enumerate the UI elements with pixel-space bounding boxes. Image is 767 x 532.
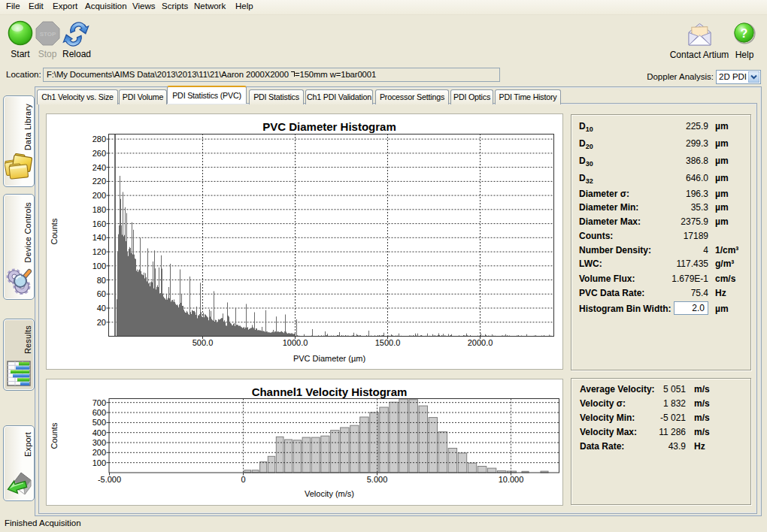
svg-text:700: 700 bbox=[92, 398, 106, 407]
svg-text:Counts: Counts bbox=[50, 218, 59, 244]
svg-text:40: 40 bbox=[97, 304, 106, 313]
svg-text:10.000: 10.000 bbox=[499, 475, 524, 484]
svg-text:1500.0: 1500.0 bbox=[375, 338, 401, 347]
svg-text:600: 600 bbox=[92, 408, 106, 417]
svg-text:200: 200 bbox=[92, 448, 106, 457]
svg-text:400: 400 bbox=[92, 428, 106, 437]
svg-text:20: 20 bbox=[97, 318, 106, 327]
svg-text:0: 0 bbox=[241, 475, 245, 484]
svg-text:?: ? bbox=[741, 27, 748, 40]
svg-text:80: 80 bbox=[97, 276, 106, 285]
svg-text:160: 160 bbox=[92, 219, 106, 228]
svg-text:Velocity (m/s): Velocity (m/s) bbox=[305, 489, 354, 498]
svg-text:120: 120 bbox=[92, 247, 106, 256]
svg-text:Channel1 Velocity Histogram: Channel1 Velocity Histogram bbox=[252, 385, 408, 398]
svg-text:140: 140 bbox=[92, 233, 106, 242]
svg-text:100: 100 bbox=[92, 261, 106, 271]
svg-text:1000.0: 1000.0 bbox=[283, 338, 308, 347]
svg-text:100: 100 bbox=[92, 458, 106, 467]
svg-text:200: 200 bbox=[92, 191, 106, 200]
svg-text:500.0: 500.0 bbox=[193, 338, 214, 347]
svg-text:-5.000: -5.000 bbox=[98, 475, 121, 484]
svg-text:260: 260 bbox=[92, 149, 106, 158]
svg-text:300: 300 bbox=[92, 438, 106, 447]
svg-text:2000.0: 2000.0 bbox=[468, 338, 493, 347]
svg-text:STOP: STOP bbox=[40, 31, 56, 38]
svg-text:220: 220 bbox=[92, 177, 106, 186]
svg-text:Counts: Counts bbox=[50, 422, 59, 449]
svg-text:5.000: 5.000 bbox=[367, 475, 388, 484]
svg-text:240: 240 bbox=[92, 163, 106, 172]
svg-text:60: 60 bbox=[97, 289, 106, 298]
svg-text:500: 500 bbox=[92, 418, 106, 427]
svg-text:PVC Diameter Histogram: PVC Diameter Histogram bbox=[262, 120, 396, 133]
svg-text:PVC Diameter (µm): PVC Diameter (µm) bbox=[293, 354, 365, 363]
svg-text:280: 280 bbox=[92, 135, 106, 144]
svg-text:180: 180 bbox=[92, 205, 106, 214]
